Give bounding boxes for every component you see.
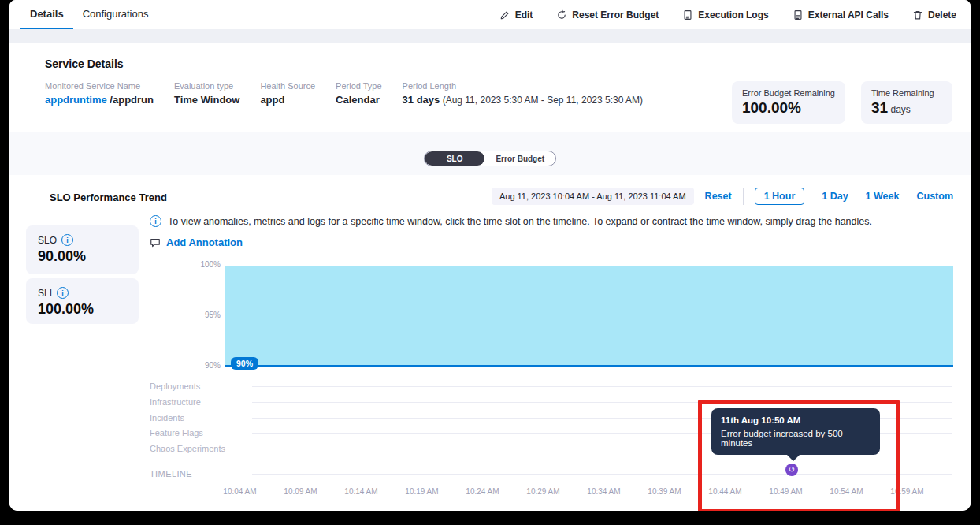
external-api-calls-label: External API Calls [808, 9, 889, 20]
range-1-hour-button[interactable]: 1 Hour [755, 188, 805, 205]
reset-error-budget-label: Reset Error Budget [572, 9, 659, 20]
time-remaining-card: Time Remaining 31 days [861, 81, 952, 124]
x-axis: 10:04 AM 10:09 AM 10:14 AM 10:19 AM 10:2… [210, 487, 937, 496]
add-annotation-button[interactable]: Add Annotation [150, 236, 243, 248]
timeline-lane: TIMELINE [150, 467, 952, 480]
date-range-display[interactable]: Aug 11, 2023 10:04 AM - Aug 11, 2023 11:… [492, 188, 694, 205]
period-length-dates: (Aug 11, 2023 5:30 AM - Sep 11, 2023 5:3… [440, 95, 643, 106]
period-length-value: 31 days [403, 94, 440, 106]
field-label: Evaluation type [174, 81, 239, 91]
lane-line [252, 474, 952, 475]
execution-logs-button[interactable]: Execution Logs [682, 9, 768, 20]
slo-card: SLO 90.00% [26, 225, 139, 274]
sli-info-icon[interactable] [57, 287, 69, 299]
toggle-slo[interactable]: SLO [425, 151, 485, 166]
monitored-service-env: /appdrun [107, 94, 154, 106]
field-monitored-service: Monitored Service Name appdruntime /appd… [45, 81, 154, 106]
monitored-service-link[interactable]: appdruntime [45, 94, 107, 106]
document-lines-icon [793, 9, 804, 20]
lane-label: Chaos Experiments [150, 444, 252, 453]
lane-infrastructure: Infrastructure [150, 396, 952, 408]
tab-group: Details Configurations [9, 0, 158, 29]
delete-button[interactable]: Delete [912, 9, 956, 20]
time-range-controls: Aug 11, 2023 10:04 AM - Aug 11, 2023 11:… [492, 188, 953, 205]
lane-line [252, 402, 952, 403]
slo-trend-chart-area[interactable] [225, 266, 953, 367]
reset-error-budget-button[interactable]: Reset Error Budget [556, 9, 659, 20]
slo-card-value: 90.00% [38, 248, 127, 265]
stat-label: Time Remaining [871, 88, 942, 98]
slo-errorbudget-toggle: SLO Error Budget [424, 151, 556, 166]
execution-logs-label: Execution Logs [698, 9, 768, 20]
header-toolbar: Edit Reset Error Budget Execution Logs E… [499, 0, 971, 29]
info-banner-text: To view anomalies, metrics and logs for … [168, 216, 872, 227]
lane-label: Incidents [150, 413, 252, 423]
pencil-icon [499, 9, 510, 20]
section-divider-band [9, 29, 971, 43]
stat-unit: days [888, 104, 911, 115]
field-label: Period Length [403, 81, 643, 91]
x-tick: 10:04 AM [210, 487, 270, 496]
field-evaluation-type: Evaluation type Time Window [174, 81, 239, 106]
field-health-source: Health Source appd [260, 81, 315, 106]
slo-card-label: SLO [38, 235, 57, 246]
range-1-week-button[interactable]: 1 Week [866, 191, 900, 202]
field-value: Time Window [174, 94, 239, 106]
reset-icon [556, 9, 567, 20]
reset-range-button[interactable]: Reset [705, 191, 732, 202]
stat-value: 100.00% [742, 99, 835, 117]
lane-line [252, 386, 952, 387]
x-tick: 10:14 AM [331, 487, 392, 496]
trend-title: SLO Performance Trend [50, 192, 167, 203]
y-tick-95: 95% [185, 311, 221, 319]
app-window: Details Configurations Edit Reset Error … [9, 0, 971, 511]
annotation-marker-icon[interactable] [785, 464, 798, 476]
x-tick: 10:49 AM [755, 487, 816, 496]
range-custom-button[interactable]: Custom [916, 191, 953, 202]
sli-card-value: 100.00% [38, 301, 127, 318]
field-label: Health Source [260, 81, 315, 91]
x-tick: 10:44 AM [695, 487, 755, 496]
service-details-title: Service Details [45, 58, 124, 70]
slo-info-icon[interactable] [61, 234, 73, 246]
external-api-calls-button[interactable]: External API Calls [793, 9, 889, 20]
sli-card: SLI 100.00% [26, 278, 139, 324]
y-tick-90: 90% [185, 361, 221, 370]
info-icon [150, 215, 161, 227]
x-tick: 10:39 AM [634, 487, 695, 496]
trash-icon [912, 9, 923, 20]
x-tick: 10:59 AM [877, 487, 937, 496]
document-icon [682, 9, 693, 20]
tab-configurations[interactable]: Configurations [73, 0, 158, 29]
x-tick: 10:09 AM [270, 487, 331, 496]
x-tick: 10:24 AM [452, 487, 513, 496]
error-budget-remaining-card: Error Budget Remaining 100.00% [732, 81, 845, 124]
lane-label: Infrastructure [150, 397, 252, 407]
y-tick-100: 100% [185, 260, 221, 269]
delete-button-label: Delete [928, 9, 956, 20]
toggle-error-budget[interactable]: Error Budget [484, 151, 555, 166]
field-label: Monitored Service Name [45, 81, 154, 91]
x-tick: 10:54 AM [816, 487, 877, 496]
divider [743, 188, 744, 205]
edit-button-label: Edit [515, 9, 533, 20]
lane-label: Feature Flags [150, 428, 252, 438]
tooltip-title: 11th Aug 10:50 AM [721, 415, 870, 425]
service-details-fields: Monitored Service Name appdruntime /appd… [45, 81, 643, 106]
x-tick: 10:29 AM [513, 487, 574, 496]
lane-deployments: Deployments [150, 380, 952, 393]
range-1-day-button[interactable]: 1 Day [822, 191, 848, 202]
speech-bubble-icon [150, 237, 161, 248]
stat-value: 31 [871, 99, 888, 116]
edit-button[interactable]: Edit [499, 9, 533, 20]
lane-label: Deployments [150, 382, 252, 391]
timeline-label: TIMELINE [150, 469, 252, 478]
field-value: Calendar [336, 94, 382, 106]
annotation-tooltip: 11th Aug 10:50 AM Error budget increased… [711, 408, 880, 455]
x-tick: 10:34 AM [574, 487, 634, 496]
stat-label: Error Budget Remaining [742, 88, 835, 98]
slo-performance-trend-section: SLO Performance Trend Aug 11, 2023 10:04… [9, 175, 971, 511]
x-tick: 10:19 AM [392, 487, 452, 496]
tab-details[interactable]: Details [20, 0, 73, 29]
tab-bar: Details Configurations Edit Reset Error … [9, 0, 971, 30]
